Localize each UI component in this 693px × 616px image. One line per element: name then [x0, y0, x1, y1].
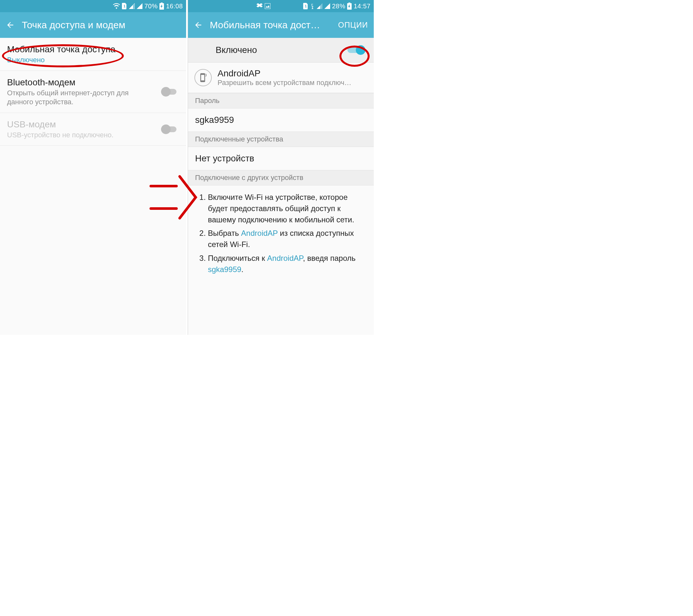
screen-title: Мобильная точка дост… — [210, 20, 331, 31]
signal-icon — [317, 3, 322, 9]
signal-icon — [137, 3, 142, 9]
toggle-label: Включено — [196, 45, 348, 55]
instruction-step: Выбрать AndroidAP из списка доступных се… — [208, 228, 365, 250]
battery-percent: 70% — [144, 3, 158, 10]
options-button[interactable]: ОПЦИИ — [338, 21, 368, 29]
row-title: USB-модем — [7, 119, 157, 130]
battery-charging-icon — [159, 3, 164, 9]
signal-icon — [129, 3, 135, 9]
battery-charging-icon — [347, 3, 352, 9]
hotspot-ssid: AndroidAP — [218, 68, 351, 79]
app-bar: Точка доступа и модем — [0, 12, 186, 38]
row-subtitle: Открыть общий интернет-доступ для данног… — [7, 88, 157, 107]
row-title: Мобильная точка доступа — [7, 44, 179, 55]
screenshot-tethering-settings: 1 70% 16:08 Точка доступа и модем Мобиль… — [0, 0, 186, 335]
sim-icon: 1 — [122, 3, 127, 9]
svg-text:E: E — [311, 3, 313, 6]
row-no-devices: Нет устройств — [188, 147, 374, 170]
connection-instructions: Включите Wi-Fi на устройстве, которое бу… — [188, 185, 374, 284]
hotspot-master-toggle[interactable] — [348, 45, 365, 55]
hotspot-list: Включено AndroidAP Разрешить всем устрой… — [188, 38, 374, 335]
svg-text:1: 1 — [305, 4, 307, 8]
app-bar: Мобильная точка дост… ОПЦИИ — [188, 12, 374, 38]
row-usb-tethering: USB-модем USB-устройство не подключено. — [0, 113, 186, 146]
hotspot-device-icon — [194, 69, 212, 86]
network-type-icon: E — [310, 3, 315, 9]
instruction-step: Включите Wi-Fi на устройстве, которое бу… — [208, 192, 365, 225]
row-hotspot-network[interactable]: AndroidAP Разрешить всем устройствам под… — [188, 63, 374, 93]
back-icon[interactable] — [6, 21, 15, 29]
section-how-to-connect: Подключение с других устройств — [188, 170, 374, 185]
status-bar: 1 70% 16:08 — [0, 0, 186, 12]
usb-tethering-toggle — [161, 124, 179, 134]
bluetooth-tethering-toggle[interactable] — [161, 87, 179, 97]
hotspot-subtitle: Разрешить всем устройствам подключ… — [218, 79, 351, 87]
instruction-step: Подключиться к AndroidAP, введя пароль s… — [208, 253, 365, 275]
row-password[interactable]: sgka9959 — [188, 108, 374, 132]
sim-icon: 1 — [303, 3, 308, 9]
wifi-icon — [113, 3, 120, 9]
image-icon — [265, 3, 271, 9]
battery-percent: 28% — [332, 3, 345, 10]
screenshot-hotspot-details: 1 E 28% 14:57 Мобильная точка дост… ОПЦИ… — [188, 0, 374, 335]
row-state: Выключено — [7, 56, 179, 65]
settings-list: Мобильная точка доступа Выключено Blueto… — [0, 38, 186, 335]
clock: 14:57 — [354, 3, 371, 10]
section-password: Пароль — [188, 93, 374, 108]
clock: 16:08 — [166, 3, 183, 10]
signal-icon — [324, 3, 330, 9]
status-bar: 1 E 28% 14:57 — [188, 0, 374, 12]
hotspot-master-toggle-row[interactable]: Включено — [188, 38, 374, 63]
screen-title: Точка доступа и модем — [22, 20, 180, 31]
svg-text:1: 1 — [123, 4, 125, 8]
back-icon[interactable] — [194, 21, 203, 29]
row-mobile-hotspot[interactable]: Мобильная точка доступа Выключено — [0, 38, 186, 71]
row-title: Bluetooth-модем — [7, 77, 157, 88]
row-subtitle: USB-устройство не подключено. — [7, 131, 157, 140]
row-bluetooth-tethering[interactable]: Bluetooth-модем Открыть общий интернет-д… — [0, 71, 186, 113]
section-connected-devices: Подключенные устройства — [188, 132, 374, 147]
dropbox-icon — [256, 3, 263, 9]
